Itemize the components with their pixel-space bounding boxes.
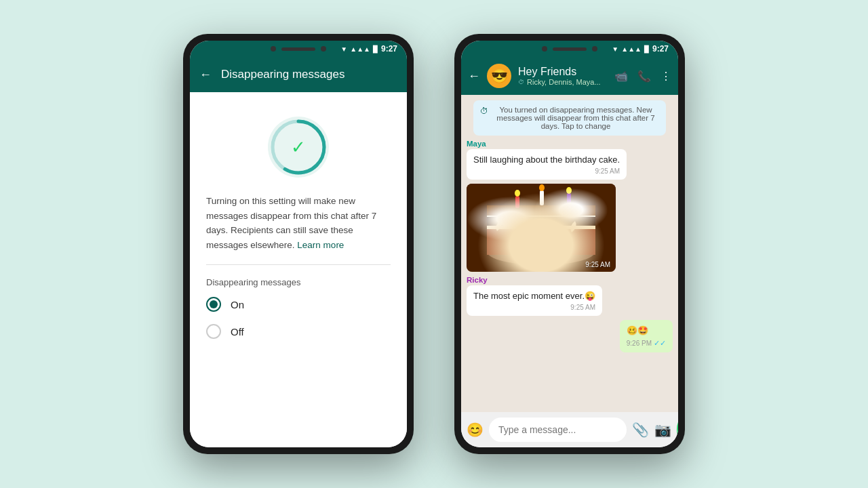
check-icon: ✓ [291, 137, 306, 158]
timer-circle-container: ✓ [206, 117, 391, 178]
message-time-outgoing: 9:26 PM ✓✓ [627, 339, 666, 348]
svg-rect-5 [487, 221, 595, 229]
status-time-2: 9:27 [652, 44, 669, 54]
chat-header: ← 😎 Hey Friends ⏱ Ricky, Dennis, Maya...… [461, 57, 678, 95]
read-receipts-icon: ✓✓ [654, 339, 666, 348]
cake-image: 9:25 AM [467, 184, 616, 272]
svg-point-10 [515, 190, 520, 197]
phone-1-top-bar [271, 46, 326, 52]
message-text-outgoing: 🥴🤩 [627, 325, 666, 337]
radio-on-label: On [231, 299, 244, 310]
signal-icon-2: ▲▲▲ [621, 45, 642, 53]
camera-button[interactable]: 📷 [654, 422, 671, 438]
svg-rect-2 [467, 184, 616, 272]
system-message[interactable]: ⏱ You turned on disappearing messages. N… [473, 100, 666, 136]
message-maya-image: 9:25 AM [467, 184, 673, 272]
image-bubble-maya: 9:25 AM [467, 184, 616, 272]
disappearing-messages-content: ✓ Turning on this setting will make new … [190, 92, 407, 447]
timer-circle: ✓ [268, 117, 329, 178]
battery-icon-2: ▉ [644, 45, 650, 53]
attachment-icon[interactable]: 📎 [632, 422, 649, 438]
sender-name-maya: Maya [467, 140, 673, 148]
message-input[interactable] [489, 418, 627, 442]
group-name: Hey Friends [518, 66, 608, 78]
signal-icon: ▲▲▲ [350, 45, 370, 53]
svg-point-3 [487, 238, 595, 265]
phone-2: ▼ ▲▲▲ ▉ 9:27 ← 😎 Hey Friends ⏱ Ricky, De… [454, 34, 685, 454]
radio-off-button[interactable] [206, 324, 221, 339]
group-avatar: 😎 [487, 64, 511, 88]
chat-messages: ⏱ You turned on disappearing messages. N… [461, 95, 678, 412]
radio-off-option[interactable]: Off [206, 324, 391, 339]
message-maya-text: Maya Still laughing about the birthday c… [467, 140, 673, 180]
sensor-dot [321, 46, 326, 52]
message-time-ricky: 9:25 AM [473, 304, 595, 311]
message-outgoing: 🥴🤩 9:26 PM ✓✓ [467, 320, 673, 352]
image-time: 9:25 AM [585, 261, 610, 268]
svg-point-12 [539, 184, 545, 191]
mic-icon: 🎤 [677, 422, 678, 437]
emoji-button[interactable]: 😊 [467, 422, 484, 438]
more-options-icon[interactable]: ⋮ [660, 70, 671, 83]
screen-title: Disappearing messages [221, 68, 344, 81]
svg-rect-8 [487, 205, 595, 216]
message-text-ricky: The most epic moment ever.😜 [473, 290, 595, 302]
message-input-bar: 😊 📎 📷 🎤 [461, 412, 678, 447]
speaker-grille [281, 47, 315, 51]
status-time-1: 9:27 [381, 44, 397, 54]
front-camera-2 [542, 46, 547, 52]
speaker-grille-2 [553, 47, 587, 51]
phones-container: ▼ ▲▲▲ ▉ 9:27 ← Disappearing messages [183, 34, 685, 454]
mic-button[interactable]: 🎤 [677, 416, 678, 443]
phone-2-screen: ▼ ▲▲▲ ▉ 9:27 ← 😎 Hey Friends ⏱ Ricky, De… [461, 41, 678, 447]
svg-point-14 [566, 187, 572, 194]
bubble-maya-text: Still laughing about the birthday cake. … [467, 149, 627, 180]
svg-rect-4 [487, 221, 595, 255]
learn-more-link[interactable]: Learn more [297, 240, 344, 250]
disappearing-messages-header: ← Disappearing messages [190, 57, 407, 92]
phone-2-top-bar [542, 46, 597, 52]
radio-on-indicator [210, 300, 218, 308]
video-call-icon[interactable]: 📹 [614, 70, 628, 83]
radio-section-title: Disappearing messages [206, 277, 391, 287]
voice-call-icon[interactable]: 📞 [637, 70, 651, 83]
chat-info: Hey Friends ⏱ Ricky, Dennis, Maya... [518, 66, 608, 86]
message-text-maya: Still laughing about the birthday cake. [473, 154, 620, 166]
group-subtitle: ⏱ Ricky, Dennis, Maya... [518, 78, 608, 86]
sensor-dot-2 [592, 46, 597, 52]
front-camera [271, 46, 276, 52]
svg-rect-9 [515, 196, 519, 208]
bubble-outgoing: 🥴🤩 9:26 PM ✓✓ [620, 320, 673, 352]
message-time-maya: 9:25 AM [473, 167, 620, 175]
battery-icon: ▉ [373, 45, 378, 53]
description-text: Turning on this setting will make new me… [206, 194, 391, 252]
svg-rect-11 [540, 190, 544, 205]
phone-1: ▼ ▲▲▲ ▉ 9:27 ← Disappearing messages [183, 34, 414, 454]
radio-on-button[interactable] [206, 297, 221, 312]
radio-on-option[interactable]: On [206, 297, 391, 312]
message-ricky-text: Ricky The most epic moment ever.😜 9:25 A… [467, 276, 673, 316]
back-button-1[interactable]: ← [199, 68, 212, 82]
divider-1 [206, 264, 391, 265]
chat-action-buttons: 📹 📞 ⋮ [614, 70, 671, 83]
bubble-ricky-text: The most epic moment ever.😜 9:25 AM [467, 285, 602, 316]
wifi-icon-2: ▼ [612, 45, 618, 53]
cake-svg [467, 184, 616, 272]
svg-rect-13 [567, 193, 571, 205]
back-button-2[interactable]: ← [468, 69, 480, 83]
svg-rect-6 [487, 212, 595, 226]
phone-1-screen: ▼ ▲▲▲ ▉ 9:27 ← Disappearing messages [190, 41, 407, 447]
sender-name-ricky: Ricky [467, 276, 673, 284]
svg-rect-7 [487, 212, 595, 217]
timer-icon: ⏱ [480, 106, 488, 116]
wifi-icon: ▼ [340, 45, 347, 53]
radio-off-label: Off [231, 326, 244, 338]
